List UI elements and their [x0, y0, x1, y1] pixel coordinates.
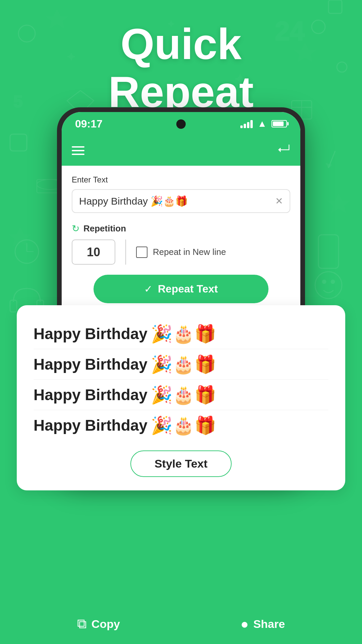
result-row-3: Happy Birthday 🎉🎂🎁 [34, 380, 328, 410]
text-input-emojis: 🎉🎂🎁 [150, 195, 188, 207]
title-area: Quick Repeat [0, 20, 362, 116]
svg-rect-4 [328, 0, 342, 13]
repetition-section: ↻ Repetition 10 Repeat in New line [72, 223, 290, 265]
status-time: 09:17 [75, 118, 103, 130]
text-input-container[interactable]: Happy Birthday 🎉🎂🎁 ✕ [72, 189, 290, 213]
result-text-3: Happy Birthday [34, 386, 147, 404]
copy-button[interactable]: ⧉ Copy [77, 616, 120, 632]
result-emojis-2: 🎉🎂🎁 [151, 356, 216, 373]
whatsapp-icon: ● [240, 616, 248, 632]
text-input-text: Happy Birthday [79, 196, 148, 207]
status-icons: ▲ [240, 118, 287, 129]
repetition-label: Repetition [83, 223, 126, 234]
result-row-4: Happy Birthday 🎉🎂🎁 [34, 410, 328, 440]
clear-button[interactable]: ✕ [275, 196, 283, 207]
copy-label: Copy [92, 618, 120, 631]
signal-icon [240, 119, 253, 128]
text-input-value: Happy Birthday 🎉🎂🎁 [79, 195, 188, 207]
main-title-line1: Quick [0, 20, 362, 68]
repeat-text-button[interactable]: ✓ Repeat Text [94, 275, 268, 303]
share-button[interactable]: ● Share [240, 616, 285, 632]
camera-notch [176, 119, 186, 129]
result-text-2: Happy Birthday [34, 355, 147, 373]
bottom-bar: ⧉ Copy ● Share [17, 604, 345, 644]
svg-rect-20 [10, 300, 17, 312]
app-main: Enter Text Happy Birthday 🎉🎂🎁 ✕ ↻ [62, 166, 300, 313]
status-bar: 09:17 ▲ [62, 112, 300, 136]
share-top-icon[interactable]: ⮠ [278, 144, 290, 158]
new-line-option: Repeat in New line [136, 247, 226, 258]
result-emojis-1: 🎉🎂🎁 [151, 325, 216, 342]
enter-text-label: Enter Text [72, 175, 290, 184]
style-text-button[interactable]: Style Text [130, 450, 232, 477]
repetition-number[interactable]: 10 [72, 239, 115, 265]
app-bar: ⮠ [62, 136, 300, 166]
repeat-icon: ↻ [72, 223, 79, 234]
svg-marker-26 [326, 164, 331, 168]
result-emojis-4: 🎉🎂🎁 [151, 417, 216, 434]
menu-button[interactable] [72, 146, 84, 155]
new-line-checkbox[interactable] [136, 247, 147, 258]
svg-point-30 [331, 280, 335, 283]
wifi-icon: ▲ [257, 118, 267, 129]
svg-point-28 [315, 272, 342, 299]
result-emojis-3: 🎉🎂🎁 [151, 386, 216, 404]
result-card: Happy Birthday 🎉🎂🎁 Happy Birthday 🎉🎂🎁 Ha… [17, 305, 345, 490]
svg-rect-3 [10, 134, 27, 151]
divider [125, 239, 126, 265]
new-line-label: Repeat in New line [153, 247, 226, 257]
repeat-button-label: Repeat Text [158, 283, 218, 295]
result-row-2: Happy Birthday 🎉🎂🎁 [34, 349, 328, 380]
svg-point-29 [322, 280, 326, 283]
result-text-4: Happy Birthday [34, 416, 147, 434]
check-icon: ✓ [144, 283, 153, 295]
repetition-controls: 10 Repeat in New line [72, 239, 226, 265]
copy-icon: ⧉ [77, 616, 87, 632]
share-label: Share [253, 618, 285, 631]
svg-marker-7 [10, 228, 30, 246]
battery-icon [272, 120, 287, 127]
svg-rect-17 [318, 235, 339, 268]
svg-marker-8 [328, 195, 349, 212]
result-row-1: Happy Birthday 🎉🎂🎁 [34, 319, 328, 349]
result-text-1: Happy Birthday [34, 325, 147, 343]
